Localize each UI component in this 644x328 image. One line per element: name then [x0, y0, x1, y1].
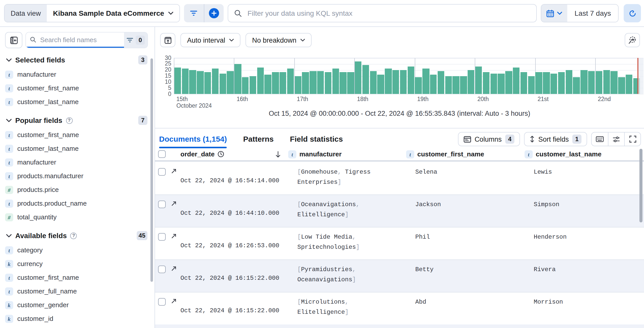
field-item-customer_gender[interactable]: kcustomer_gender — [0, 298, 155, 312]
x-axis-label: 15th — [176, 96, 188, 102]
data-view-picker[interactable]: Kibana Sample Data eCommerce — [47, 5, 179, 22]
cell-customer-last-name[interactable]: Lewis — [525, 167, 644, 194]
sort-desc-icon[interactable] — [275, 151, 281, 158]
collapse-sidebar-button[interactable] — [5, 32, 22, 48]
cell-order-date[interactable]: Oct 22, 2024 @ 16:26:53.000 — [180, 232, 288, 259]
select-row-checkbox[interactable] — [158, 298, 166, 306]
cell-customer-last-name[interactable]: Rivera — [525, 265, 644, 292]
explore-in-lens-button[interactable] — [625, 33, 640, 47]
add-filter-button[interactable] — [204, 4, 224, 22]
expand-document-icon[interactable] — [171, 201, 177, 207]
interval-select[interactable]: Auto interval — [180, 33, 240, 47]
field-section-header-0[interactable]: Selected fields3 — [6, 55, 147, 64]
tab-patterns[interactable]: Patterns — [243, 132, 274, 146]
histogram-bar — [603, 70, 610, 94]
cell-order-date[interactable]: Oct 22, 2024 @ 16:54:14.000 — [180, 167, 288, 194]
cell-manufacturer[interactable]: [Pyramidustries, Oceanavigations] — [288, 265, 406, 292]
field-filter-button[interactable]: 0 — [124, 32, 147, 48]
cell-customer-first-name[interactable]: Jackson — [406, 200, 525, 227]
cell-customer-last-name[interactable]: Simpson — [525, 200, 644, 227]
field-item-products.price[interactable]: #products.price — [0, 183, 155, 196]
kql-search-input[interactable] — [247, 9, 530, 18]
field-item-products.manufacturer[interactable]: tproducts.manufacturer — [0, 169, 155, 183]
histogram-bar — [317, 71, 324, 94]
histogram-chart[interactable]: 05101520253015thOctober 202416th17th18th… — [155, 51, 644, 111]
histogram-bar — [550, 74, 557, 94]
row-controls — [155, 200, 180, 227]
histogram-bar — [483, 72, 489, 94]
fullscreen-button[interactable] — [624, 133, 640, 146]
field-item-category[interactable]: tcategory — [0, 243, 155, 257]
select-row-checkbox[interactable] — [158, 233, 166, 241]
select-row-checkbox[interactable] — [158, 168, 166, 176]
cell-manufacturer[interactable]: [Oceanavigations, Elitelligence] — [288, 200, 406, 227]
tab-documents[interactable]: Documents (1,154) — [159, 132, 227, 146]
field-item-customer_first_name[interactable]: tcustomer_first_name — [0, 271, 155, 284]
cell-customer-last-name[interactable]: Morrison — [525, 297, 644, 324]
field-item-manufacturer[interactable]: tmanufacturer — [0, 155, 155, 169]
cell-customer-last-name[interactable]: Henderson — [525, 232, 644, 259]
plus-icon — [209, 8, 219, 18]
field-section-header-1[interactable]: Popular fields?7 — [6, 116, 147, 125]
gridline — [174, 94, 643, 94]
refresh-button[interactable] — [624, 4, 641, 22]
sidebar-scrollbar[interactable] — [150, 58, 153, 282]
column-header-customer-last-name[interactable]: t customer_last_name — [525, 150, 644, 158]
select-all-checkbox[interactable] — [158, 150, 166, 158]
cell-order-date[interactable]: Oct 22, 2024 @ 16:15:22.000 — [180, 297, 288, 324]
expand-document-icon[interactable] — [171, 266, 177, 272]
field-item-currency[interactable]: kcurrency — [0, 257, 155, 271]
histogram-bar — [573, 77, 580, 94]
table-scrollbar[interactable] — [639, 149, 642, 222]
field-item-customer_id[interactable]: kcustomer_id — [0, 312, 155, 325]
field-search-input[interactable] — [39, 35, 120, 44]
time-range-value[interactable]: Last 7 days — [568, 5, 618, 22]
filter-menu-button[interactable] — [184, 4, 204, 22]
histogram-bar — [513, 68, 520, 94]
field-item-customer_first_name[interactable]: tcustomer_first_name — [0, 128, 155, 142]
row-controls — [155, 265, 180, 292]
field-item-customer_full_name[interactable]: tcustomer_full_name — [0, 284, 155, 298]
cell-customer-first-name[interactable]: Selena — [406, 167, 525, 194]
cell-order-date[interactable]: Oct 22, 2024 @ 16:15:22.000 — [180, 265, 288, 292]
table-row: Oct 22, 2024 @ 16:26:53.000[Low Tide Med… — [155, 227, 644, 260]
date-picker-menu-button[interactable] — [542, 5, 568, 22]
histogram-bar — [174, 68, 181, 94]
cell-order-date[interactable]: Oct 22, 2024 @ 16:44:10.000 — [180, 200, 288, 227]
expand-document-icon[interactable] — [171, 168, 177, 174]
field-item-manufacturer[interactable]: tmanufacturer — [0, 68, 155, 81]
column-header-manufacturer[interactable]: t manufacturer — [288, 150, 406, 158]
cell-manufacturer[interactable]: [Microlutions, Elitelligence] — [288, 297, 406, 324]
cell-customer-first-name[interactable]: Abd — [406, 297, 525, 324]
display-options-button[interactable] — [608, 133, 624, 146]
current-time-marker — [637, 58, 638, 94]
tab-field-statistics[interactable]: Field statistics — [290, 132, 343, 146]
field-section-header-2[interactable]: Available fields?45 — [6, 231, 147, 240]
column-header-order-date[interactable]: order_date — [180, 150, 288, 158]
histogram-bar — [355, 61, 362, 94]
cell-customer-first-name[interactable]: Betty — [406, 265, 525, 292]
select-row-checkbox[interactable] — [158, 201, 166, 208]
expand-document-icon[interactable] — [171, 298, 177, 304]
chevron-down-icon — [6, 119, 12, 122]
column-header-customer-first-name[interactable]: t customer_first_name — [406, 150, 525, 158]
breakdown-select[interactable]: No breakdown — [246, 33, 312, 47]
field-item-products.product_name[interactable]: tproducts.product_name — [0, 196, 155, 210]
field-sections: Selected fields3tmanufacturertcustomer_f… — [0, 48, 155, 328]
columns-button[interactable]: Columns 4 — [458, 132, 520, 146]
cell-manufacturer[interactable]: [Low Tide Media, Spritechnologies] — [288, 232, 406, 259]
sort-fields-button[interactable]: Sort fields 1 — [524, 132, 587, 146]
y-axis-label: 5 — [157, 85, 171, 91]
chevron-down-icon — [300, 39, 305, 42]
cell-manufacturer[interactable]: [Gnomehouse, Tigress Enterprises] — [288, 167, 406, 194]
select-row-checkbox[interactable] — [158, 266, 166, 273]
field-item-total_quantity[interactable]: #total_quantity — [0, 210, 155, 224]
field-item-customer_last_name[interactable]: tcustomer_last_name — [0, 95, 155, 109]
punctuation: [ — [297, 299, 301, 306]
field-item-customer_first_name[interactable]: tcustomer_first_name — [0, 81, 155, 95]
expand-document-icon[interactable] — [171, 233, 177, 239]
keyboard-shortcuts-button[interactable] — [592, 133, 608, 146]
field-item-customer_last_name[interactable]: tcustomer_last_name — [0, 142, 155, 155]
hide-chart-button[interactable] — [160, 33, 175, 47]
cell-customer-first-name[interactable]: Phil — [406, 232, 525, 259]
